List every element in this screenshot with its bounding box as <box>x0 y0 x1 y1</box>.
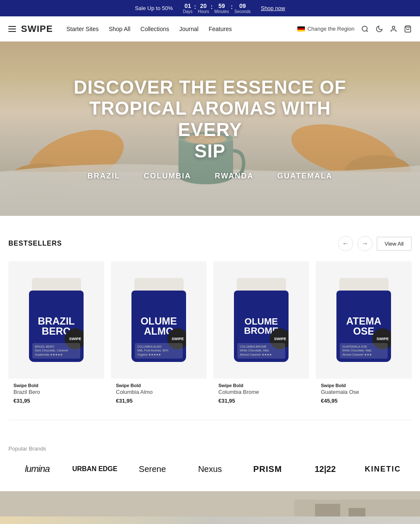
product-brand-2: Swipe Bold <box>116 383 202 388</box>
section-title: BESTSELLERS <box>8 240 62 247</box>
brand-urban-edge[interactable]: URBAN EDGE <box>66 465 123 473</box>
cart-button[interactable] <box>404 25 412 33</box>
brand-kinetic[interactable]: KINETIC <box>354 465 412 474</box>
bestsellers-section: BESTSELLERS ← → View All BRAZILBERO SWIP… <box>0 216 420 420</box>
product-name-2: Columbia Almo <box>116 389 202 395</box>
hero-origins: BRAZIL COLUMBIA RWANDA GUATEMALA <box>63 172 357 181</box>
origin-rwanda[interactable]: RWANDA <box>215 172 254 181</box>
product-card-1[interactable]: BRAZILBERO SWIPE BRAZIL BERODark Chocola… <box>8 261 104 410</box>
user-icon <box>390 25 397 33</box>
origin-guatemala[interactable]: GUATEMALA <box>277 172 333 181</box>
product-card-4[interactable]: ATEMAOSE SWIPE GUATEMALA OSEWhite Chocol… <box>316 261 412 410</box>
product-image-2: OLUMEALMO SWIPE COLUMBIA ALMOMilk, Fruit… <box>111 261 207 379</box>
section-header: BESTSELLERS ← → View All <box>8 236 412 251</box>
countdown-sep-2: : <box>211 3 213 10</box>
brands-label: Popular Brands <box>8 445 412 452</box>
svg-rect-14 <box>0 516 420 524</box>
flag-icon <box>297 26 305 31</box>
region-selector[interactable]: Change the Region <box>297 26 354 32</box>
shop-now-link[interactable]: Shop now <box>261 5 285 11</box>
nav-features[interactable]: Features <box>209 26 232 32</box>
nav-collections[interactable]: Collections <box>140 26 169 32</box>
svg-rect-17 <box>349 508 365 524</box>
product-info-3: Swipe Bold Columbia Brome €31,95 <box>213 379 309 410</box>
countdown-sep-1: : <box>194 3 196 10</box>
countdown-hours: 20 Hours <box>198 3 209 14</box>
hero-content: DISCOVER THE ESSENCE OF TROPICAL AROMAS … <box>63 77 357 181</box>
countdown-sep-3: : <box>231 3 233 10</box>
product-info-4: Swipe Bold Guatemala Ose €45,95 <box>316 379 412 410</box>
hero-section: DISCOVER THE ESSENCE OF TROPICAL AROMAS … <box>0 42 420 216</box>
product-price-2: €31,95 <box>116 398 202 404</box>
main-nav: Starter Sites Shop All Collections Journ… <box>66 26 232 32</box>
hamburger-menu[interactable] <box>8 26 16 32</box>
brand-prism[interactable]: PRISM <box>239 464 297 474</box>
nav-journal[interactable]: Journal <box>179 26 199 32</box>
nav-shop-all[interactable]: Shop All <box>109 26 130 32</box>
product-image-3: OLUMEBROME SWIPE COLUMBIA BROMEWhite Cho… <box>213 261 309 379</box>
announcement-bar: Sale Up to 50% 01 Days : 20 Hours : 59 M… <box>0 0 420 16</box>
origin-brazil[interactable]: BRAZIL <box>87 172 120 181</box>
prev-arrow-button[interactable]: ← <box>338 236 353 251</box>
product-image-1: BRAZILBERO SWIPE BRAZIL BERODark Chocola… <box>8 261 104 379</box>
product-price-1: €31,95 <box>13 398 99 404</box>
brand-serene[interactable]: Serene <box>123 464 181 474</box>
brands-row: lumina URBAN EDGE Serene Nexus PRISM 12|… <box>8 464 412 474</box>
svg-point-2 <box>392 26 395 29</box>
view-all-button[interactable]: View All <box>377 237 412 251</box>
section-controls: ← → View All <box>338 236 412 251</box>
brand-1222[interactable]: 12|22 <box>297 464 354 474</box>
brand-nexus[interactable]: Nexus <box>181 464 239 474</box>
cart-icon <box>404 25 412 33</box>
account-button[interactable] <box>390 25 397 33</box>
product-name-4: Guatemala Ose <box>321 389 407 395</box>
countdown-days: 01 Days <box>183 3 193 14</box>
bottom-image-section <box>0 491 420 524</box>
coffee-bag-2: OLUMEALMO SWIPE COLUMBIA ALMOMilk, Fruit… <box>131 278 186 362</box>
brands-section: Popular Brands lumina URBAN EDGE Serene … <box>0 420 420 491</box>
dark-mode-button[interactable] <box>375 25 383 33</box>
search-icon <box>361 25 369 33</box>
hero-title: DISCOVER THE ESSENCE OF TROPICAL AROMAS … <box>63 77 357 162</box>
countdown-seconds: 09 Seconds <box>234 3 251 14</box>
product-info-1: Swipe Bold Brazil Bero €31,95 <box>8 379 104 410</box>
coffee-bag-1: BRAZILBERO SWIPE BRAZIL BERODark Chocola… <box>29 278 84 362</box>
search-button[interactable] <box>361 25 369 33</box>
product-card-3[interactable]: OLUMEBROME SWIPE COLUMBIA BROMEWhite Cho… <box>213 261 309 410</box>
products-grid: BRAZILBERO SWIPE BRAZIL BERODark Chocola… <box>8 261 412 410</box>
sale-text: Sale Up to 50% <box>135 5 173 11</box>
product-card-2[interactable]: OLUMEALMO SWIPE COLUMBIA ALMOMilk, Fruit… <box>111 261 207 410</box>
countdown-minutes: 59 Minutes <box>214 3 229 14</box>
header-right: Change the Region <box>297 25 412 33</box>
product-brand-4: Swipe Bold <box>321 383 407 388</box>
product-price-3: €31,95 <box>218 398 304 404</box>
product-image-4: ATEMAOSE SWIPE GUATEMALA OSEWhite Chocol… <box>316 261 412 379</box>
product-name-1: Brazil Bero <box>13 389 99 395</box>
next-arrow-button[interactable]: → <box>357 236 373 251</box>
product-name-3: Columbia Brome <box>218 389 304 395</box>
logo[interactable]: SWIPE <box>21 24 53 34</box>
product-brand-3: Swipe Bold <box>218 383 304 388</box>
countdown: 01 Days : 20 Hours : 59 Minutes : 09 Sec… <box>183 3 251 14</box>
nav-starter-sites[interactable]: Starter Sites <box>66 26 99 32</box>
svg-point-0 <box>362 26 367 31</box>
svg-rect-16 <box>315 504 340 524</box>
origin-columbia[interactable]: COLUMBIA <box>144 172 191 181</box>
coffee-bag-4: ATEMAOSE SWIPE GUATEMALA OSEWhite Chocol… <box>336 278 391 362</box>
brand-lumina[interactable]: lumina <box>8 464 66 474</box>
header: SWIPE Starter Sites Shop All Collections… <box>0 16 420 42</box>
product-brand-1: Swipe Bold <box>13 383 99 388</box>
product-info-2: Swipe Bold Columbia Almo €31,95 <box>111 379 207 410</box>
coffee-bag-3: OLUMEBROME SWIPE COLUMBIA BROMEWhite Cho… <box>234 278 289 362</box>
svg-line-1 <box>366 30 368 31</box>
product-price-4: €45,95 <box>321 398 407 404</box>
moon-icon <box>375 25 383 33</box>
